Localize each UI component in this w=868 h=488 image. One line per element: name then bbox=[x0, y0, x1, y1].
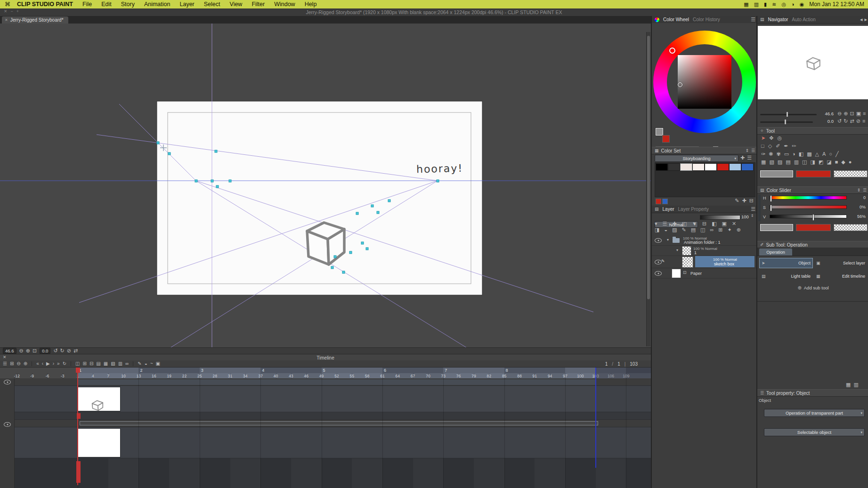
tab-color-wheel[interactable]: Color Wheel bbox=[663, 17, 689, 22]
airbrush-tool-icon[interactable]: ❋ bbox=[769, 152, 773, 157]
lock-icon[interactable]: ◒ bbox=[664, 227, 667, 232]
timeline-menu-icon[interactable]: ☰ bbox=[3, 361, 7, 366]
timeline-ruler[interactable]: 12345678-12-9-6-314710131619222528313437… bbox=[0, 368, 651, 378]
value-slider[interactable] bbox=[770, 215, 847, 218]
tp-list-icon[interactable]: ▥ bbox=[853, 382, 858, 387]
opacity-slider[interactable] bbox=[700, 215, 740, 220]
page-tool-icon[interactable]: ▨ bbox=[778, 160, 782, 165]
playhead-flag[interactable] bbox=[76, 368, 80, 373]
status-wifi-icon[interactable]: ≋ bbox=[772, 2, 776, 7]
layer-row-sketch-box[interactable]: ✎ ✐ 100 % Normal sketch box bbox=[652, 256, 757, 268]
play-icon[interactable]: ▶ bbox=[46, 361, 50, 366]
panel-next-icon[interactable]: ▸ bbox=[864, 17, 867, 22]
layer-ruler-icon[interactable]: ▣ bbox=[722, 221, 727, 226]
ruler-tool-icon[interactable]: ╱ bbox=[836, 152, 839, 157]
new-folder-icon[interactable]: ◫ bbox=[682, 221, 687, 226]
saturation-value[interactable]: 0% bbox=[849, 205, 866, 209]
canvas-reset-icon[interactable]: ⊘ bbox=[67, 348, 71, 353]
track-row-cel-2[interactable] bbox=[0, 427, 651, 458]
sv-marker[interactable] bbox=[678, 82, 682, 87]
timeline-tracks[interactable] bbox=[0, 378, 651, 488]
nav-rotate-ccw-icon[interactable]: ↺ bbox=[837, 119, 842, 124]
cel-thumbnail-blank[interactable] bbox=[78, 428, 121, 457]
clip-icon[interactable]: ◨ bbox=[655, 227, 659, 232]
divide-tool-icon[interactable]: ▧ bbox=[769, 160, 774, 165]
opacity-spinner-icon[interactable]: ⇕ bbox=[751, 214, 754, 218]
insert-frame-icon[interactable]: ▦ bbox=[104, 361, 108, 366]
cel-settings-icon[interactable]: ▤ bbox=[96, 361, 100, 366]
delete-frame-icon[interactable]: ▧ bbox=[111, 361, 115, 366]
nav-rotate-cw-icon[interactable]: ↻ bbox=[844, 119, 848, 124]
range-start-value[interactable]: 1 bbox=[617, 361, 620, 367]
menu-select[interactable]: Select bbox=[199, 1, 225, 8]
apple-menu-icon[interactable]: ⌘ bbox=[0, 1, 12, 7]
tab-auto-action[interactable]: Auto Action bbox=[792, 17, 816, 22]
tab-layer[interactable]: Layer bbox=[663, 207, 674, 212]
nav-options-icon[interactable]: ≡ bbox=[862, 119, 865, 124]
layer-row-folder-1[interactable]: ▾ 100 % Normal 1 bbox=[652, 246, 757, 256]
slider-expand-icon[interactable]: ⇕ bbox=[857, 188, 860, 192]
more-icon[interactable]: ⊕ bbox=[737, 227, 741, 232]
next-frame-icon[interactable]: › bbox=[53, 361, 54, 366]
timeline-new-icon[interactable]: ⊞ bbox=[10, 361, 14, 366]
sub-tool-item-light-table[interactable]: ▤ Light table bbox=[759, 271, 813, 281]
color-swatch[interactable] bbox=[692, 163, 705, 171]
distort-tool-icon[interactable]: ◪ bbox=[827, 160, 831, 165]
navigator-preview[interactable] bbox=[758, 26, 868, 99]
cel-thumbnail-cube[interactable] bbox=[78, 387, 121, 411]
menu-help[interactable]: Help bbox=[300, 1, 322, 8]
extra-tool-icon[interactable]: ● bbox=[849, 160, 852, 165]
saturation-slider-thumb[interactable] bbox=[770, 205, 772, 211]
decoration-tool-icon[interactable]: ✾ bbox=[776, 152, 780, 157]
tab-layer-property[interactable]: Layer Property bbox=[678, 207, 709, 212]
slider-menu-icon[interactable]: ☰ bbox=[863, 188, 867, 192]
fill-tool-icon[interactable]: ◧ bbox=[799, 152, 803, 157]
transparent-color-chip-large[interactable] bbox=[834, 170, 868, 177]
range-end-marker[interactable] bbox=[595, 368, 596, 468]
layer-visibility-eye-icon[interactable] bbox=[655, 271, 662, 276]
expand-arrow-icon[interactable]: ▾ bbox=[676, 248, 678, 252]
menu-view[interactable]: View bbox=[225, 1, 247, 8]
batch-edit-icon[interactable]: ▥ bbox=[118, 361, 122, 366]
color-swatch[interactable] bbox=[741, 163, 754, 171]
lock-alpha-icon[interactable]: ▨ bbox=[672, 227, 677, 232]
color-slider-mode-strip[interactable] bbox=[758, 195, 761, 221]
new-layer-icon[interactable]: ✚ bbox=[672, 221, 676, 226]
stamp-tool-icon[interactable]: ■ bbox=[835, 160, 838, 165]
canvas-rotation-value[interactable]: 0.0 bbox=[40, 348, 50, 354]
main-color-chip-slider[interactable] bbox=[760, 224, 793, 231]
nav-menu-icon[interactable]: ≡ bbox=[863, 111, 866, 116]
register-icon[interactable]: ⊞ bbox=[718, 227, 722, 232]
blend-caret-icon[interactable]: ▾ bbox=[655, 221, 657, 226]
zoom-tool-icon[interactable]: ◎ bbox=[777, 136, 782, 141]
menubar-clock[interactable]: Mon Jan 12 12:50 AM bbox=[809, 1, 864, 8]
recent-color-red[interactable] bbox=[656, 199, 661, 204]
draft-icon[interactable]: ✎ bbox=[681, 227, 686, 232]
frame-border-tool-icon[interactable]: ▦ bbox=[761, 160, 766, 165]
status-siri-icon[interactable]: ◉ bbox=[800, 2, 804, 7]
color-set-list-icon[interactable]: ☰ bbox=[747, 155, 752, 160]
label-icon[interactable]: ◒ bbox=[145, 361, 147, 366]
story-tool-icon[interactable]: ▤ bbox=[786, 160, 790, 165]
mix-tool-icon[interactable]: ◨ bbox=[810, 160, 815, 165]
menu-edit[interactable]: Edit bbox=[97, 1, 116, 8]
color-set-menu-icon[interactable]: ☰ bbox=[751, 149, 755, 153]
transparent-part-dropdown[interactable]: Operation of transparent part ▾ bbox=[764, 409, 865, 417]
nav-zoom-out-icon[interactable]: ⊖ bbox=[837, 111, 842, 116]
saturation-value-square[interactable] bbox=[678, 55, 731, 109]
delete-cel-icon[interactable]: ⊟ bbox=[89, 361, 93, 366]
canvas-fit-icon[interactable]: ⊡ bbox=[32, 348, 37, 353]
canvas-zoom-in-icon[interactable]: ⊕ bbox=[26, 348, 30, 353]
window-minimize-icon[interactable]: − bbox=[11, 9, 13, 14]
color-swatch[interactable] bbox=[717, 163, 729, 171]
eyedropper-tool-icon[interactable]: ✐ bbox=[776, 144, 780, 149]
menu-file[interactable]: File bbox=[78, 1, 97, 8]
tab-color-history[interactable]: Color History bbox=[693, 17, 720, 22]
link-icon[interactable]: ∞ bbox=[125, 361, 129, 366]
track-row-marker[interactable] bbox=[0, 412, 651, 420]
layer-panel-menu-icon[interactable]: ☰ bbox=[751, 207, 755, 212]
add-swatch-icon[interactable]: ✚ bbox=[742, 198, 746, 203]
selection-tool-icon[interactable]: □ bbox=[761, 144, 764, 149]
brush-tool-icon[interactable]: ✑ bbox=[761, 152, 765, 157]
selectable-object-dropdown[interactable]: Selectable object ▾ bbox=[764, 428, 865, 436]
